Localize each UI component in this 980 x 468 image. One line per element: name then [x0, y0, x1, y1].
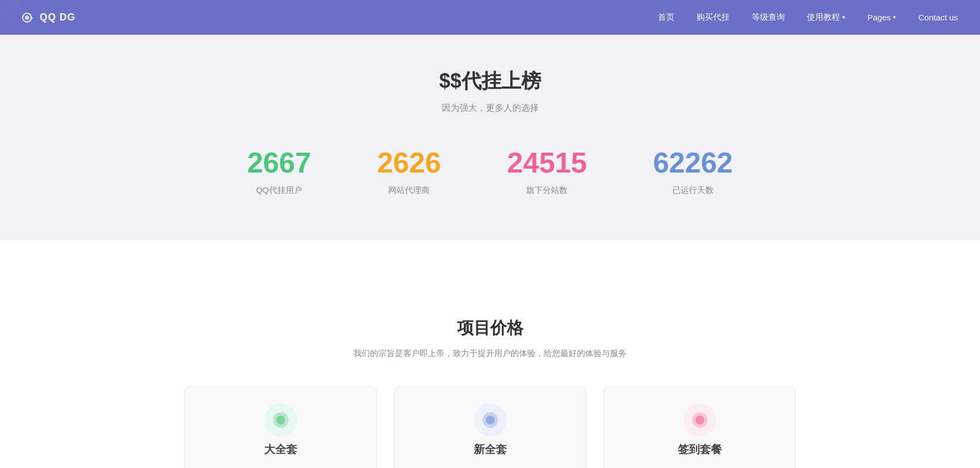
- hero-section: $$代挂上榜 因为强大，更多人的选择 2667 QQ代挂用户 2626 网站代理…: [0, 35, 980, 240]
- stat-item-days: 62262 已运行天数: [653, 147, 733, 196]
- stat-label-branches: 旗下分站数: [507, 185, 587, 196]
- svg-point-6: [486, 416, 495, 424]
- card-icon-xinquan: [474, 404, 507, 437]
- pricing-card-daquan: 大全套: [176, 386, 385, 468]
- nav-item-home[interactable]: 首页: [658, 12, 674, 23]
- svg-text:+: +: [30, 15, 34, 21]
- nav-item-tutorial[interactable]: 使用教程 ▾: [807, 12, 845, 23]
- pricing-title: 项目价格: [22, 317, 958, 340]
- pricing-cards: 大全套 新全套 签到套餐: [22, 386, 958, 468]
- chevron-down-icon: ▾: [893, 14, 896, 21]
- stat-number-days: 62262: [653, 147, 733, 179]
- pricing-section: 项目价格 我们的宗旨是客户即上帝，致力于提升用户的体验，给您最好的体验与服务 大…: [0, 284, 980, 468]
- nav-item-buy[interactable]: 购买代挂: [697, 12, 730, 23]
- nav-links: 首页 购买代挂 等级查询 使用教程 ▾ Pages ▾ Contact us: [658, 12, 958, 23]
- card-icon-daquan: [264, 404, 297, 437]
- chevron-down-icon: ▾: [842, 14, 845, 21]
- stat-item-users: 2667 QQ代挂用户: [247, 147, 311, 196]
- pricing-card-inner: 签到套餐: [604, 386, 796, 468]
- stat-item-agents: 2626 网站代理商: [377, 147, 441, 196]
- hero-title: $$代挂上榜: [22, 68, 958, 95]
- pricing-card-title-xinquan: 新全套: [474, 442, 507, 457]
- pricing-card-qiandao: 签到套餐: [595, 386, 805, 468]
- stat-number-users: 2667: [247, 147, 311, 179]
- navbar: + QQ DG 首页 购买代挂 等级查询 使用教程 ▾ Pages ▾ Cont…: [0, 0, 980, 35]
- stat-item-branches: 24515 旗下分站数: [507, 147, 587, 196]
- nav-item-pages[interactable]: Pages ▾: [867, 13, 897, 22]
- hero-subtitle: 因为强大，更多人的选择: [22, 103, 958, 114]
- pricing-card-title-daquan: 大全套: [264, 442, 297, 457]
- stat-number-agents: 2626: [377, 147, 441, 179]
- nav-item-contact[interactable]: Contact us: [918, 13, 958, 22]
- stat-label-days: 已运行天数: [653, 185, 733, 196]
- svg-point-4: [276, 416, 285, 424]
- pricing-card-title-qiandao: 签到套餐: [678, 442, 722, 457]
- nav-logo[interactable]: + QQ DG: [22, 12, 76, 23]
- pricing-card-xinquan: 新全套: [385, 386, 595, 468]
- card-icon-qiandao: [683, 404, 716, 437]
- pricing-subtitle: 我们的宗旨是客户即上帝，致力于提升用户的体验，给您最好的体验与服务: [22, 348, 958, 359]
- stat-number-branches: 24515: [507, 147, 587, 179]
- svg-point-1: [25, 15, 29, 20]
- nav-item-level[interactable]: 等级查询: [752, 12, 785, 23]
- pricing-card-inner: 大全套: [185, 386, 377, 468]
- stats-row: 2667 QQ代挂用户 2626 网站代理商 24515 旗下分站数 62262…: [22, 147, 958, 196]
- logo-label: QQ DG: [40, 12, 76, 23]
- pricing-card-inner: 新全套: [394, 386, 586, 468]
- stat-label-users: QQ代挂用户: [247, 185, 311, 196]
- logo-icon: +: [22, 13, 38, 23]
- svg-point-8: [695, 416, 704, 424]
- divider-section: [0, 240, 980, 284]
- stat-label-agents: 网站代理商: [377, 185, 441, 196]
